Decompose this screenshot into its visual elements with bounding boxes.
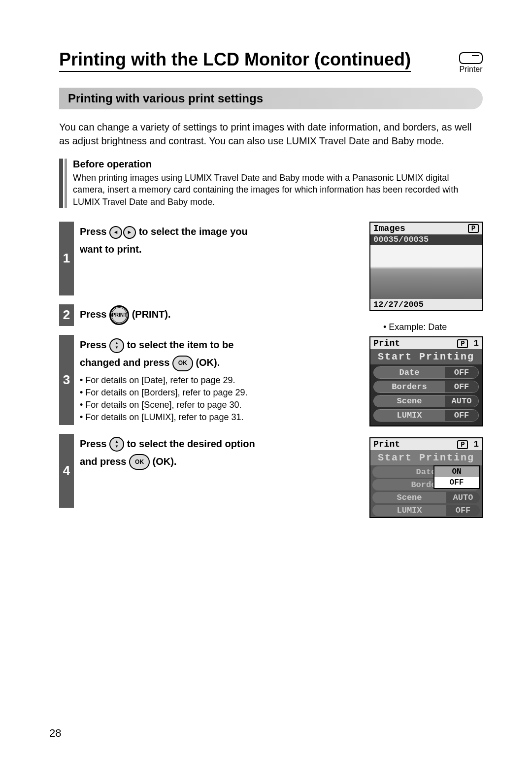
- step-3-bullet-3: For details on [Scene], refer to page 30…: [80, 399, 248, 411]
- p-mode-icon: P: [457, 440, 468, 449]
- page-number: 28: [49, 727, 61, 740]
- menu-value-lumix: OFF: [445, 410, 478, 421]
- step-3-text-c: changed and press: [80, 357, 172, 368]
- menu-item-lumix: LUMIX: [372, 505, 446, 516]
- step-4-text-b: to select the desired option: [127, 438, 255, 449]
- menu-item-scene: Scene: [374, 395, 445, 407]
- lcd1-header: Images: [373, 224, 405, 233]
- lcd1-counter: 00035/00035: [370, 234, 482, 245]
- menu-value-scene: AUTO: [446, 492, 480, 503]
- step-2-number: 2: [59, 304, 74, 326]
- step-3-text-d: (OK).: [196, 357, 220, 368]
- menu-value-scene: AUTO: [445, 395, 478, 407]
- lcd3-start: Start Printing: [370, 450, 482, 465]
- popup-option-on: ON: [434, 466, 479, 477]
- printer-icon: [459, 52, 483, 64]
- step-3-number: 3: [59, 335, 74, 425]
- before-heading: Before operation: [73, 159, 483, 170]
- step-3: 3 Press to select the item to be changed…: [59, 335, 360, 425]
- menu-value-borders: OFF: [445, 381, 478, 392]
- ok-button-icon: OK: [129, 454, 150, 470]
- step-4-number: 4: [59, 434, 74, 508]
- printer-label: Printer: [459, 65, 483, 74]
- lcd2-start: Start Printing: [370, 349, 482, 364]
- lcd-screen-print-menu: Print P 1 Start Printing DateOFF Borders…: [369, 336, 483, 426]
- intro-text: You can change a variety of settings to …: [59, 120, 483, 148]
- lcd-screen-images: Images P 00035/00035 12/27/2005: [369, 222, 483, 311]
- step-4-text-c: and press: [80, 456, 129, 467]
- ok-button-icon: OK: [172, 356, 193, 371]
- menu-value-date: OFF: [445, 367, 478, 378]
- step-1-text-b: to select the image you: [139, 226, 248, 237]
- printer-icon-group: Printer: [459, 52, 483, 74]
- before-accent-bars: [59, 159, 68, 208]
- lcd1-date: 12/27/2005: [370, 299, 482, 310]
- step-1-text-a: Press: [80, 226, 109, 237]
- step-4-text-d: (OK).: [153, 456, 177, 467]
- step-2-text-b: (PRINT).: [132, 309, 171, 320]
- up-down-button-icon: [109, 338, 124, 353]
- lcd3-num: 1: [473, 439, 479, 449]
- step-3-text-a: Press: [80, 339, 109, 350]
- step-1-text-c: want to print.: [80, 244, 142, 255]
- step-1-number: 1: [59, 222, 74, 295]
- up-down-button-icon: [109, 437, 124, 452]
- step-2: 2 Press PRINT (PRINT).: [59, 304, 360, 326]
- popup-option-off: OFF: [434, 477, 479, 488]
- menu-item-date: Date: [374, 367, 445, 378]
- before-text: When printing images using LUMIX Travel …: [73, 172, 483, 208]
- lcd3-header: Print: [373, 439, 400, 449]
- step-4: 4 Press to select the desired option and…: [59, 434, 360, 508]
- lcd1-photo: [370, 245, 482, 299]
- lcd-screen-print-popup: Print P 1 Start Printing ON OFF Date Bor…: [369, 437, 483, 518]
- left-right-button-icon: ◄►: [109, 226, 136, 239]
- p-mode-icon: P: [457, 339, 468, 348]
- menu-item-lumix: LUMIX: [374, 410, 445, 421]
- step-3-bullet-2: For details on [Borders], refer to page …: [80, 387, 248, 399]
- menu-value-lumix: OFF: [446, 505, 480, 516]
- menu-item-scene: Scene: [372, 492, 446, 503]
- lcd2-num: 1: [473, 338, 479, 348]
- step-2-text-a: Press: [80, 309, 109, 320]
- step-3-bullet-4: For details on [LUMIX], refer to page 31…: [80, 411, 248, 424]
- example-label: • Example: Date: [383, 322, 483, 332]
- lcd2-header: Print: [373, 338, 400, 348]
- step-3-bullet-1: For details on [Date], refer to page 29.: [80, 374, 248, 387]
- step-1: 1 Press ◄► to select the image you want …: [59, 222, 360, 295]
- menu-item-borders: Borders: [374, 381, 445, 392]
- print-button-icon: PRINT: [109, 305, 129, 325]
- page-title: Printing with the LCD Monitor (continued…: [59, 49, 411, 72]
- p-mode-icon: P: [468, 224, 479, 233]
- section-heading: Printing with various print settings: [59, 88, 483, 109]
- step-4-text-a: Press: [80, 438, 109, 449]
- step-3-text-b: to select the item to be: [127, 339, 234, 350]
- popup-date-options: ON OFF: [433, 465, 480, 489]
